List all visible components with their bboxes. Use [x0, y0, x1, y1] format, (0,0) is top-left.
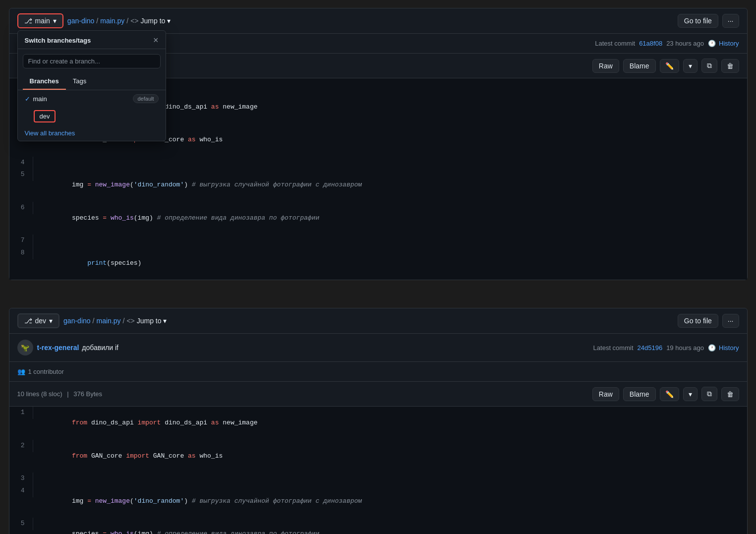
- panel2-jump-chevron-icon: ▾: [163, 317, 167, 325]
- code-line-5: 5 img = new_image('dino_random') # выгру…: [9, 169, 747, 201]
- commit-time: 23 hours ago: [666, 40, 704, 47]
- p2-code-line-3: 3: [9, 473, 747, 485]
- tab-branches[interactable]: Branches: [23, 73, 66, 90]
- commit-latest-label: Latest commit: [595, 40, 635, 47]
- p2-code-line-5: 5 species = who_is(img) # определение ви…: [9, 518, 747, 534]
- file-link[interactable]: main.py: [100, 17, 124, 25]
- blame-btn[interactable]: Blame: [623, 59, 656, 73]
- branch-name-main: main: [33, 95, 47, 103]
- panel2-chevron-down-icon: ▾: [49, 317, 53, 325]
- panel-1: ⎇ main ▾ gan-dino / main.py / <> Jump to…: [9, 8, 748, 280]
- code-line-8: 8 print(species): [9, 247, 747, 280]
- panel2-more-options-btn[interactable]: ···: [722, 314, 739, 328]
- panel2-history-btn[interactable]: 🕐 History: [708, 344, 739, 352]
- panel2-commit-latest-label: Latest commit: [593, 344, 634, 352]
- contributor-icon: 👥: [17, 368, 25, 375]
- panel2-history-label: History: [719, 344, 739, 352]
- panel2-history-icon: 🕐: [708, 344, 716, 352]
- panel2-breadcrumb: gan-dino / main.py / <> Jump to ▾: [63, 317, 167, 325]
- chevron-down-icon: ▾: [53, 17, 57, 25]
- panel2-go-to-file-btn[interactable]: Go to file: [678, 314, 718, 328]
- jump-to-label[interactable]: Jump to ▾: [141, 17, 171, 25]
- panel1-file-actions: Raw Blame ✏️ ▾ ⧉ 🗑: [592, 59, 739, 73]
- contributor-count: 1 contributor: [28, 368, 64, 375]
- code-icon: <>: [130, 17, 138, 25]
- commit-message: добавили if: [82, 344, 118, 352]
- dev-branch-label: dev: [34, 110, 56, 122]
- go-to-file-btn[interactable]: Go to file: [678, 14, 718, 28]
- panel2-branch-name: dev: [35, 317, 47, 325]
- dropdown-header: Switch branches/tags ×: [18, 31, 166, 49]
- branch-name: main: [35, 17, 50, 25]
- view-all-branches-link[interactable]: View all branches: [18, 125, 166, 141]
- panel2-edit-more-btn[interactable]: ▾: [683, 387, 698, 401]
- history-btn[interactable]: 🕐 History: [708, 40, 739, 47]
- code-line-4: 4: [9, 157, 747, 169]
- default-badge: default: [133, 94, 158, 103]
- branch-icon: ⎇: [24, 17, 32, 25]
- panel2-header: ⎇ dev ▾ gan-dino / main.py / <> Jump to …: [9, 308, 747, 334]
- panel2-code-icon: <>: [126, 317, 134, 325]
- p2-code-line-2: 2 from GAN_core import GAN_core as who_i…: [9, 440, 747, 473]
- panel2-code-block: 1 from dino_ds_api import dino_ds_api as…: [9, 407, 747, 534]
- breadcrumb: gan-dino / main.py / <> Jump to ▾: [67, 17, 171, 25]
- branch-item-main[interactable]: ✓ main default: [18, 90, 166, 107]
- panel2-delete-btn[interactable]: 🗑: [721, 387, 739, 401]
- check-icon: ✓: [25, 95, 30, 103]
- branch-dropdown: Switch branches/tags × Branches Tags ✓ m…: [17, 30, 166, 141]
- panel2-raw-btn[interactable]: Raw: [592, 387, 619, 401]
- panel2-commit-time: 19 hours ago: [666, 344, 704, 352]
- code-line-7: 7: [9, 235, 747, 247]
- history-icon: 🕐: [708, 40, 716, 47]
- panel2-file-meta: 10 lines (8 sloc) | 376 Bytes Raw Blame …: [9, 382, 747, 407]
- panel2-sep1: /: [93, 317, 95, 325]
- delete-btn[interactable]: 🗑: [721, 59, 739, 73]
- repo-link[interactable]: gan-dino: [67, 17, 95, 25]
- panel2-jump-to-label[interactable]: Jump to ▾: [137, 317, 167, 325]
- panel2-branch-icon: ⎇: [24, 317, 32, 325]
- sep1: /: [96, 17, 98, 25]
- file-info: 10 lines (8 sloc) | 376 Bytes: [17, 390, 103, 398]
- file-size-sep: |: [67, 390, 68, 398]
- branch-item-dev[interactable]: dev: [18, 107, 166, 125]
- p2-code-line-1: 1 from dino_ds_api import dino_ds_api as…: [9, 407, 747, 439]
- panel2-branch-selector-btn[interactable]: ⎇ dev ▾: [17, 313, 60, 328]
- panel2-copy-btn[interactable]: ⧉: [701, 387, 717, 401]
- jump-chevron-icon: ▾: [167, 17, 171, 25]
- author-avatar: 🦖: [17, 340, 33, 356]
- code-line-6: 6 species = who_is(img) # определение ви…: [9, 202, 747, 235]
- dropdown-title: Switch branches/tags: [25, 37, 91, 44]
- sep2: /: [126, 17, 128, 25]
- panel-2: ⎇ dev ▾ gan-dino / main.py / <> Jump to …: [9, 308, 748, 534]
- panel2-repo-link[interactable]: gan-dino: [63, 317, 91, 325]
- panel2-edit-btn[interactable]: ✏️: [660, 387, 679, 401]
- panel2-commit-hash[interactable]: 24d5196: [638, 344, 663, 352]
- panel2-file-link[interactable]: main.py: [96, 317, 120, 325]
- file-size: 376 Bytes: [73, 390, 102, 398]
- panel2-file-actions: Raw Blame ✏️ ▾ ⧉ 🗑: [592, 387, 739, 401]
- dropdown-close-btn[interactable]: ×: [153, 36, 159, 45]
- commit-info: t-rex-general добавили if: [37, 344, 118, 352]
- p2-code-line-4: 4 img = new_image('dino_random') # выгру…: [9, 485, 747, 518]
- edit-btn[interactable]: ✏️: [660, 59, 679, 73]
- contributor-bar: 👥 1 contributor: [9, 362, 747, 382]
- panel2-commit-bar: 🦖 t-rex-general добавили if Latest commi…: [9, 334, 747, 362]
- panel2-sep2: /: [123, 317, 125, 325]
- raw-btn[interactable]: Raw: [592, 59, 619, 73]
- branch-search-input[interactable]: [23, 54, 161, 68]
- more-options-btn[interactable]: ···: [722, 14, 739, 28]
- commit-author[interactable]: t-rex-general: [37, 344, 79, 352]
- dropdown-tabs: Branches Tags: [18, 73, 166, 90]
- branch-selector-btn[interactable]: ⎇ main ▾: [17, 13, 63, 28]
- panel1-commit-right: Latest commit 61a8f08 23 hours ago 🕐 His…: [595, 40, 739, 47]
- tab-tags[interactable]: Tags: [66, 73, 93, 90]
- edit-more-btn[interactable]: ▾: [683, 59, 698, 73]
- panel2-blame-btn[interactable]: Blame: [623, 387, 656, 401]
- history-label: History: [719, 40, 739, 47]
- panel1-header-right: Go to file ···: [678, 14, 739, 28]
- commit-hash[interactable]: 61a8f08: [639, 40, 662, 47]
- file-lines: 10 lines (8 sloc): [17, 390, 62, 398]
- panel2-header-right: Go to file ···: [678, 314, 739, 328]
- panel2-commit-right: Latest commit 24d5196 19 hours ago 🕐 His…: [593, 344, 739, 352]
- copy-btn[interactable]: ⧉: [701, 59, 717, 73]
